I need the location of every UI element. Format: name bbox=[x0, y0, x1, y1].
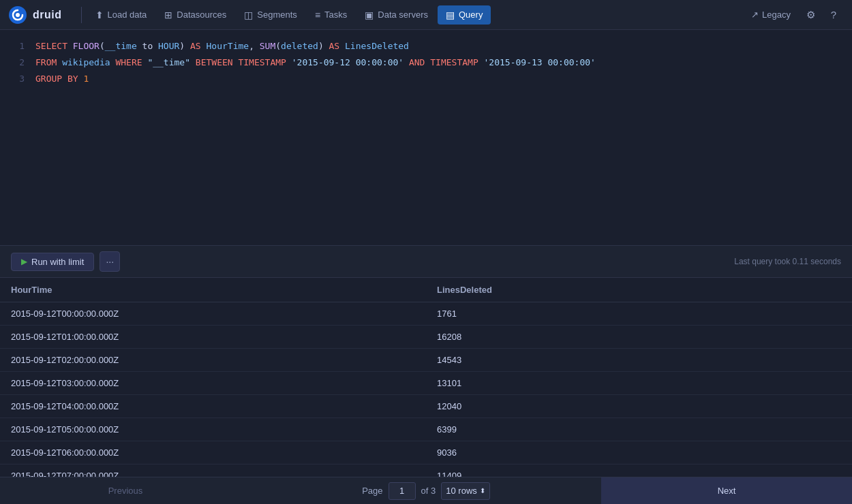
line-content: FROM wikipedia WHERE "__time" BETWEEN TI… bbox=[35, 55, 841, 70]
line-number: 2 bbox=[11, 55, 25, 70]
code-token: SUM bbox=[260, 41, 275, 51]
more-icon: ··· bbox=[106, 256, 114, 267]
cell-hourtime: 2015-09-12T01:00:00.000Z bbox=[0, 326, 426, 349]
line-content: SELECT FLOOR(__time to HOUR) AS HourTime… bbox=[35, 39, 841, 54]
code-token bbox=[62, 74, 67, 84]
cell-hourtime: 2015-09-12T04:00:00.000Z bbox=[0, 395, 426, 418]
query-icon: ▤ bbox=[446, 10, 455, 20]
cell-hourtime: 2015-09-12T06:00:00.000Z bbox=[0, 441, 426, 464]
previous-button: Previous bbox=[0, 477, 251, 504]
druid-logo-icon bbox=[8, 5, 27, 25]
page-number-input[interactable] bbox=[389, 482, 416, 500]
page-of-label: of 3 bbox=[421, 486, 436, 496]
table-row: 2015-09-12T01:00:00.000Z16208 bbox=[0, 326, 852, 349]
code-token: '2015-09-13 00:00:00' bbox=[484, 57, 596, 67]
cell-linesdeleted: 1761 bbox=[426, 302, 852, 326]
line-number: 3 bbox=[11, 72, 25, 86]
code-token: AS bbox=[190, 41, 201, 51]
rows-label: 10 rows bbox=[446, 486, 477, 496]
code-token: SELECT bbox=[35, 41, 67, 51]
code-token bbox=[404, 57, 409, 67]
nav-item-segments-label: Segments bbox=[257, 10, 297, 20]
svg-point-1 bbox=[16, 13, 20, 17]
topbar-right: ↗ Legacy ⚙ ? bbox=[744, 5, 844, 25]
query-editor[interactable]: 1SELECT FLOOR(__time to HOUR) AS HourTim… bbox=[0, 30, 852, 246]
cell-linesdeleted: 16208 bbox=[426, 326, 852, 349]
rows-per-page-select[interactable]: 10 rows ⬍ bbox=[441, 482, 490, 500]
legacy-icon: ↗ bbox=[751, 10, 759, 20]
code-token bbox=[190, 57, 196, 67]
nav-item-query-label: Query bbox=[459, 10, 483, 20]
nav-item-data-servers-label: Data servers bbox=[378, 10, 428, 20]
nav-item-segments[interactable]: ◫ Segments bbox=[236, 5, 305, 25]
topbar: druid ⬆ Load data ⊞ Datasources ◫ Segmen… bbox=[0, 0, 852, 30]
code-token bbox=[286, 57, 292, 67]
cell-hourtime: 2015-09-12T02:00:00.000Z bbox=[0, 349, 426, 372]
data-servers-icon: ▣ bbox=[365, 10, 374, 20]
page-center: Page of 3 10 rows ⬍ bbox=[251, 482, 601, 500]
code-token: AS bbox=[329, 41, 340, 51]
code-token: FROM bbox=[35, 57, 57, 67]
column-header-hourtime: HourTime bbox=[0, 278, 426, 302]
table-row: 2015-09-12T02:00:00.000Z14543 bbox=[0, 349, 852, 372]
code-token: LinesDeleted bbox=[345, 41, 409, 51]
code-token: AND bbox=[409, 57, 425, 67]
code-token: , bbox=[249, 41, 260, 51]
cell-linesdeleted: 12040 bbox=[426, 395, 852, 418]
rows-dropdown-icon: ⬍ bbox=[480, 487, 485, 494]
next-button[interactable]: Next bbox=[601, 477, 852, 504]
nav-item-load-data[interactable]: ⬆ Load data bbox=[87, 5, 155, 25]
load-data-icon: ⬆ bbox=[95, 10, 104, 20]
page-label: Page bbox=[362, 486, 382, 496]
table-header-row: HourTime LinesDeleted bbox=[0, 278, 852, 302]
main-content: 1SELECT FLOOR(__time to HOUR) AS HourTim… bbox=[0, 30, 852, 504]
code-token bbox=[339, 41, 345, 51]
gear-icon: ⚙ bbox=[806, 9, 815, 21]
previous-label: Previous bbox=[108, 486, 143, 496]
code-token: ( bbox=[275, 41, 281, 51]
code-token: ( bbox=[100, 41, 105, 51]
code-token: "__time" bbox=[147, 57, 190, 67]
results-area: HourTime LinesDeleted 2015-09-12T00:00:0… bbox=[0, 278, 852, 477]
nav-item-query[interactable]: ▤ Query bbox=[438, 5, 491, 25]
code-token bbox=[67, 41, 73, 51]
code-token: TIMESTAMP bbox=[430, 57, 478, 67]
code-token bbox=[201, 41, 207, 51]
code-token: to bbox=[137, 41, 158, 51]
code-token: TIMESTAMP bbox=[238, 57, 286, 67]
cell-linesdeleted: 14543 bbox=[426, 349, 852, 372]
run-icon: ▶ bbox=[21, 257, 27, 266]
query-toolbar: ▶ Run with limit ··· Last query took 0.1… bbox=[0, 246, 852, 278]
nav-item-tasks[interactable]: ≡ Tasks bbox=[307, 5, 355, 25]
nav-item-data-servers[interactable]: ▣ Data servers bbox=[356, 5, 436, 25]
logo-area: druid bbox=[8, 5, 62, 25]
cell-linesdeleted: 13101 bbox=[426, 372, 852, 395]
code-token: '2015-09-12 00:00:00' bbox=[292, 57, 404, 67]
cell-hourtime: 2015-09-12T07:00:00.000Z bbox=[0, 464, 426, 477]
nav-item-tasks-label: Tasks bbox=[324, 10, 347, 20]
datasources-icon: ⊞ bbox=[164, 10, 172, 20]
settings-button[interactable]: ⚙ bbox=[800, 5, 821, 25]
help-button[interactable]: ? bbox=[823, 5, 844, 25]
legacy-label: Legacy bbox=[762, 10, 791, 20]
run-with-limit-button[interactable]: ▶ Run with limit bbox=[11, 253, 94, 271]
cell-linesdeleted: 6399 bbox=[426, 418, 852, 441]
code-token: HOUR bbox=[158, 41, 179, 51]
tasks-icon: ≡ bbox=[315, 10, 320, 20]
table-row: 2015-09-12T00:00:00.000Z1761 bbox=[0, 302, 852, 326]
table-row: 2015-09-12T06:00:00.000Z9036 bbox=[0, 441, 852, 464]
code-token bbox=[478, 57, 484, 67]
segments-icon: ◫ bbox=[244, 10, 253, 20]
table-row: 2015-09-12T05:00:00.000Z6399 bbox=[0, 418, 852, 441]
code-token: deleted bbox=[281, 41, 318, 51]
cell-hourtime: 2015-09-12T03:00:00.000Z bbox=[0, 372, 426, 395]
nav-item-datasources[interactable]: ⊞ Datasources bbox=[156, 5, 234, 25]
more-options-button[interactable]: ··· bbox=[100, 251, 120, 272]
code-line: 3GROUP BY 1 bbox=[0, 71, 852, 87]
help-icon: ? bbox=[831, 9, 836, 20]
column-header-linesdeleted: LinesDeleted bbox=[426, 278, 852, 302]
nav-item-datasources-label: Datasources bbox=[177, 10, 226, 20]
code-token: BETWEEN bbox=[196, 57, 233, 67]
line-number: 1 bbox=[11, 39, 25, 54]
legacy-button[interactable]: ↗ Legacy bbox=[744, 6, 797, 23]
